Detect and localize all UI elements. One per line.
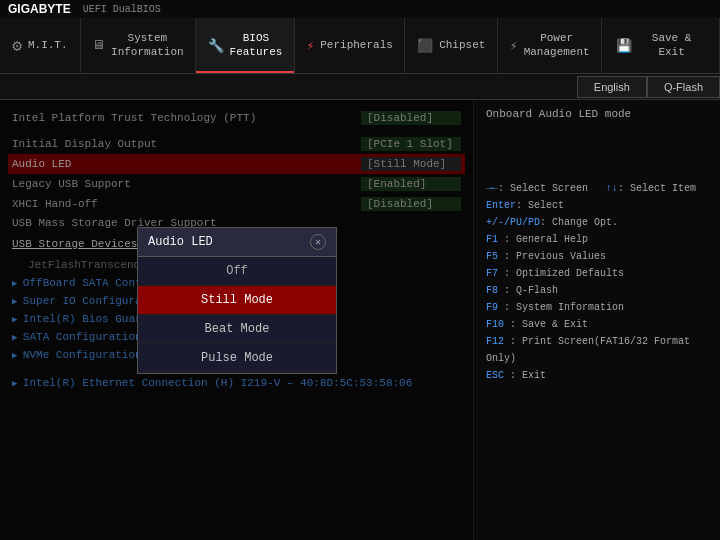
top-bar: GIGABYTE UEFI DualBIOS	[0, 0, 720, 18]
gigabyte-logo: GIGABYTE	[8, 2, 71, 16]
peripherals-icon: ⚡	[306, 38, 314, 54]
tab-mit-label: M.I.T.	[28, 39, 68, 52]
help-esc: ESC : Exit	[486, 367, 708, 384]
modal-option-beat-mode[interactable]: Beat Mode	[138, 315, 336, 344]
tab-bios-features-label: BIOSFeatures	[230, 32, 283, 58]
help-f8: F8 : Q-Flash	[486, 282, 708, 299]
tab-peripherals-label: Peripherals	[320, 39, 393, 52]
help-f5: F5 : Previous Values	[486, 248, 708, 265]
modal-option-off[interactable]: Off	[138, 257, 336, 286]
right-panel: Onboard Audio LED mode →←: Select Screen…	[474, 100, 720, 540]
qflash-button[interactable]: Q-Flash	[647, 76, 720, 98]
secondary-bar: English Q-Flash	[0, 74, 720, 100]
help-f12: F12 : Print Screen(FAT16/32 Format Only)	[486, 333, 708, 367]
mit-icon: ⚙	[12, 36, 22, 56]
description-text: Onboard Audio LED mode	[486, 108, 631, 120]
english-button[interactable]: English	[577, 76, 647, 98]
tab-power[interactable]: ⚡ PowerManagement	[498, 18, 602, 73]
tab-bios-features[interactable]: 🔧 BIOSFeatures	[196, 18, 295, 73]
tab-save-exit[interactable]: 💾 Save & Exit	[602, 18, 720, 73]
tab-save-exit-label: Save & Exit	[638, 32, 705, 58]
uefi-label: UEFI DualBIOS	[83, 4, 161, 15]
system-info-icon: 🖥	[92, 38, 105, 53]
tab-system-info[interactable]: 🖥 SystemInformation	[81, 18, 196, 73]
modal-title-bar: Audio LED ✕	[138, 228, 336, 257]
modal-title: Audio LED	[148, 235, 213, 249]
help-f9: F9 : System Information	[486, 299, 708, 316]
help-enter: Enter: Select	[486, 197, 708, 214]
help-f10: F10 : Save & Exit	[486, 316, 708, 333]
help-f7: F7 : Optimized Defaults	[486, 265, 708, 282]
bios-features-icon: 🔧	[208, 38, 224, 54]
help-change-opt: +/-/PU/PD: Change Opt.	[486, 214, 708, 231]
description-area: Onboard Audio LED mode	[486, 108, 708, 168]
left-panel: Intel Platform Trust Technology (PTT) [D…	[0, 100, 474, 540]
modal-close-button[interactable]: ✕	[310, 234, 326, 250]
modal-option-still-mode[interactable]: Still Mode	[138, 286, 336, 315]
tab-chipset[interactable]: ⬛ Chipset	[405, 18, 498, 73]
power-icon: ⚡	[510, 38, 518, 54]
modal-option-pulse-mode[interactable]: Pulse Mode	[138, 344, 336, 373]
tab-system-info-label: SystemInformation	[111, 32, 184, 58]
tab-power-label: PowerManagement	[524, 32, 590, 58]
tab-mit[interactable]: ⚙ M.I.T.	[0, 18, 81, 73]
save-exit-icon: 💾	[616, 38, 632, 54]
help-f1: F1 : General Help	[486, 231, 708, 248]
chipset-icon: ⬛	[417, 38, 433, 54]
keyboard-help: →←: Select Screen ↑↓: Select Item Enter:…	[486, 180, 708, 384]
tab-peripherals[interactable]: ⚡ Peripherals	[295, 18, 405, 73]
modal-overlay: Audio LED ✕ Off Still Mode Beat Mode Pul…	[0, 100, 474, 540]
help-select-screen: →←: Select Screen ↑↓: Select Item	[486, 180, 708, 197]
tab-chipset-label: Chipset	[439, 39, 485, 52]
audio-led-modal: Audio LED ✕ Off Still Mode Beat Mode Pul…	[137, 227, 337, 374]
nav-tabs: ⚙ M.I.T. 🖥 SystemInformation 🔧 BIOSFeatu…	[0, 18, 720, 74]
main-content: Intel Platform Trust Technology (PTT) [D…	[0, 100, 720, 540]
